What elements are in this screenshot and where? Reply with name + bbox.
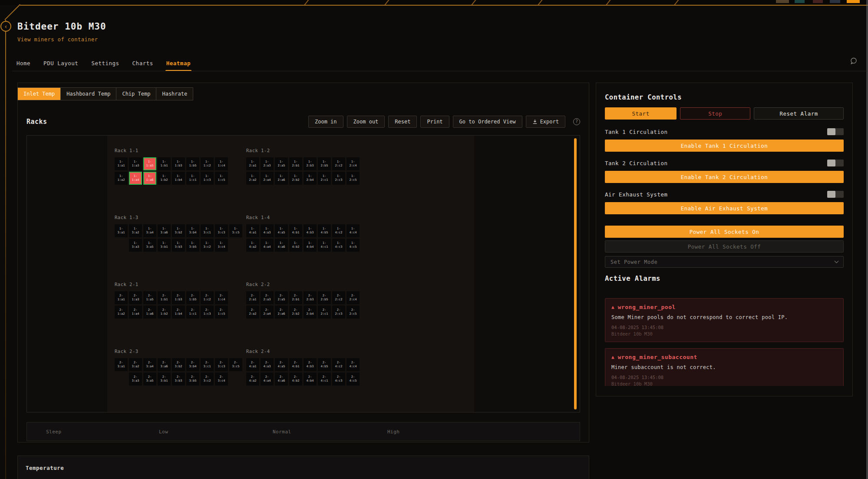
subtab-hashrate[interactable]: Hashrate (156, 88, 193, 100)
miner-cell-2-3-b1[interactable]: 2-3:b1 (158, 373, 171, 386)
button-enable-tank-1-circulation[interactable]: Enable Tank 1 Circulation (605, 140, 844, 152)
miner-cell-1-2-a4[interactable]: 1-2:a4 (261, 172, 274, 185)
miner-cell-2-3-c4[interactable]: 2-3:c4 (215, 373, 228, 386)
miner-cell-2-2-c1[interactable]: 2-2:c1 (318, 306, 331, 319)
miner-cell-2-1-c2[interactable]: 2-1:c2 (201, 291, 214, 304)
miner-cell-1-1-b2[interactable]: 1-1:b2 (158, 172, 171, 185)
miner-cell-2-2-a6[interactable]: 2-2:a6 (275, 306, 288, 319)
miner-cell-1-4-a2[interactable]: 1-4:a2 (246, 239, 259, 252)
button-enable-air-exhaust-system[interactable]: Enable Air Exhaust System (605, 202, 844, 214)
subtab-chip-temp[interactable]: Chip Temp (116, 88, 156, 100)
miner-cell-2-3-a2[interactable]: 2-3:a2 (129, 358, 142, 371)
miner-cell-2-4-a2[interactable]: 2-4:a2 (246, 373, 259, 386)
miner-cell-1-3-c1[interactable]: 1-3:c1 (201, 224, 214, 237)
miner-cell-1-3-a5[interactable]: 1-3:a5 (143, 239, 156, 252)
miner-cell-2-4-a5[interactable]: 2-4:a5 (275, 358, 288, 371)
help-icon[interactable]: ? (573, 118, 580, 125)
miner-cell-1-3-b3[interactable]: 1-3:b3 (172, 239, 185, 252)
miner-cell-1-1-c5[interactable]: 1-1:c5 (215, 172, 228, 185)
miner-cell-1-4-c4[interactable]: 1-4:c4 (347, 224, 360, 237)
miner-cell-1-3-a2[interactable]: 1-3:a2 (129, 224, 142, 237)
miner-cell-1-4-a3[interactable]: 1-4:a3 (261, 224, 274, 237)
miner-cell-1-4-a6[interactable]: 1-4:a6 (275, 239, 288, 252)
miner-cell-2-2-c2[interactable]: 2-2:c2 (332, 291, 345, 304)
miner-cell-2-2-a2[interactable]: 2-2:a2 (246, 306, 259, 319)
miner-cell-2-4-b4[interactable]: 2-4:b4 (304, 373, 317, 386)
miner-cell-1-2-b4[interactable]: 1-2:b4 (304, 172, 317, 185)
set-power-mode-select[interactable]: Set Power Mode (605, 256, 844, 268)
miner-cell-1-2-a2[interactable]: 1-2:a2 (246, 172, 259, 185)
miner-cell-2-1-b5[interactable]: 2-1:b5 (186, 291, 199, 304)
miner-cell-1-4-a5[interactable]: 1-4:a5 (275, 224, 288, 237)
miner-cell-1-1-a1[interactable]: 1-1:a1 (115, 157, 128, 170)
miner-cell-1-3-c3[interactable]: 1-3:c3 (215, 224, 228, 237)
miner-cell-2-1-c5[interactable]: 2-1:c5 (215, 306, 228, 319)
tab-home[interactable]: Home (17, 60, 30, 67)
zoom-out-button[interactable]: Zoom out (347, 116, 385, 128)
miner-cell-1-3-b5[interactable]: 1-3:b5 (186, 239, 199, 252)
tab-pdu-layout[interactable]: PDU Layout (43, 60, 78, 67)
subtab-hashboard-temp[interactable]: Hashboard Temp (61, 88, 116, 100)
miner-cell-2-2-b2[interactable]: 2-2:b2 (289, 306, 302, 319)
miner-cell-1-1-b5[interactable]: 1-1:b5 (186, 157, 199, 170)
miner-cell-2-3-b3[interactable]: 2-3:b3 (172, 373, 185, 386)
miner-cell-2-2-b4[interactable]: 2-2:b4 (304, 306, 317, 319)
miner-cell-2-3-a6[interactable]: 2-3:a6 (158, 358, 171, 371)
miner-cell-2-4-c5[interactable]: 2-4:c5 (347, 373, 360, 386)
miner-cell-1-1-a4[interactable]: 1-1:a4 (129, 172, 142, 185)
miner-cell-2-1-a5[interactable]: 2-1:a5 (143, 291, 156, 304)
miner-cell-1-3-b2[interactable]: 1-3:b2 (172, 224, 185, 237)
miner-cell-1-4-c5[interactable]: 1-4:c5 (347, 239, 360, 252)
racks-scrollbar[interactable] (574, 138, 577, 409)
ordered-view-button[interactable]: Go to Ordered View (453, 116, 522, 128)
miner-cell-1-2-c4[interactable]: 1-2:c4 (347, 157, 360, 170)
miner-cell-2-4-c1[interactable]: 2-4:c1 (318, 373, 331, 386)
export-button[interactable]: Export (526, 116, 565, 128)
miner-cell-1-2-c1[interactable]: 1-2:c1 (318, 172, 331, 185)
alarm-card-wrong-miner-subaccount[interactable]: ▲wrong_miner_subaccountMiner subaccount … (605, 348, 844, 386)
reset-alarm-button[interactable]: Reset Alarm (754, 107, 844, 120)
miner-cell-1-4-b4[interactable]: 1-4:b4 (304, 239, 317, 252)
miner-cell-1-3-a1[interactable]: 1-3:a1 (115, 224, 128, 237)
miner-cell-2-1-c3[interactable]: 2-1:c3 (201, 306, 214, 319)
miner-cell-2-4-a3[interactable]: 2-4:a3 (261, 358, 274, 371)
miner-cell-2-4-c4[interactable]: 2-4:c4 (347, 358, 360, 371)
alarm-card-wrong-miner-pool[interactable]: ▲wrong_miner_poolSome Miner pools do not… (605, 298, 844, 342)
miner-cell-2-1-b2[interactable]: 2-1:b2 (158, 306, 171, 319)
miner-cell-2-2-b5[interactable]: 2-2:b5 (318, 291, 331, 304)
miner-cell-2-1-a4[interactable]: 2-1:a4 (129, 306, 142, 319)
toggle-switch-air-exhaust-system[interactable] (827, 191, 844, 198)
miner-cell-1-3-a4[interactable]: 1-3:a4 (143, 224, 156, 237)
miner-cell-1-3-a3[interactable]: 1-3:a3 (129, 239, 142, 252)
miner-cell-2-1-b3[interactable]: 2-1:b3 (172, 291, 185, 304)
tab-heatmap[interactable]: Heatmap (166, 60, 191, 67)
miner-cell-1-1-c3[interactable]: 1-1:c3 (201, 172, 214, 185)
miner-cell-1-1-c4[interactable]: 1-1:c4 (215, 157, 228, 170)
miner-cell-1-2-a6[interactable]: 1-2:a6 (275, 172, 288, 185)
miner-cell-1-2-a5[interactable]: 1-2:a5 (275, 157, 288, 170)
miner-cell-1-1-a3[interactable]: 1-1:a3 (129, 157, 142, 170)
zoom-in-button[interactable]: Zoom in (308, 116, 343, 128)
miner-cell-1-1-a6[interactable]: 1-1:a6 (143, 172, 156, 185)
miner-cell-1-3-b1[interactable]: 1-3:b1 (158, 239, 171, 252)
miner-cell-2-2-c3[interactable]: 2-2:c3 (332, 306, 345, 319)
miner-cell-1-1-c1[interactable]: 1-1:c1 (186, 172, 199, 185)
miner-cell-2-2-c5[interactable]: 2-2:c5 (347, 306, 360, 319)
miner-cell-1-2-b5[interactable]: 1-2:b5 (318, 157, 331, 170)
reset-button[interactable]: Reset (388, 116, 417, 128)
miner-cell-1-3-b4[interactable]: 1-3:b4 (186, 224, 199, 237)
miner-cell-2-1-a6[interactable]: 2-1:a6 (143, 306, 156, 319)
miner-cell-1-4-b1[interactable]: 1-4:b1 (289, 224, 302, 237)
miner-cell-2-3-a1[interactable]: 2-3:a1 (115, 358, 128, 371)
start-button[interactable]: Start (605, 107, 677, 120)
miner-cell-2-1-c4[interactable]: 2-1:c4 (215, 291, 228, 304)
miner-cell-1-4-b3[interactable]: 1-4:b3 (304, 224, 317, 237)
miner-cell-2-3-b2[interactable]: 2-3:b2 (172, 358, 185, 371)
subtab-inlet-temp[interactable]: Inlet Temp (18, 88, 61, 100)
toggle-switch-tank-1-circulation[interactable] (827, 128, 844, 135)
miner-cell-2-1-a2[interactable]: 2-1:a2 (115, 306, 128, 319)
print-button[interactable]: Print (420, 116, 449, 128)
miner-cell-2-1-a1[interactable]: 2-1:a1 (115, 291, 128, 304)
miner-cell-1-2-b3[interactable]: 1-2:b3 (304, 157, 317, 170)
miner-cell-1-2-c5[interactable]: 1-2:c5 (347, 172, 360, 185)
